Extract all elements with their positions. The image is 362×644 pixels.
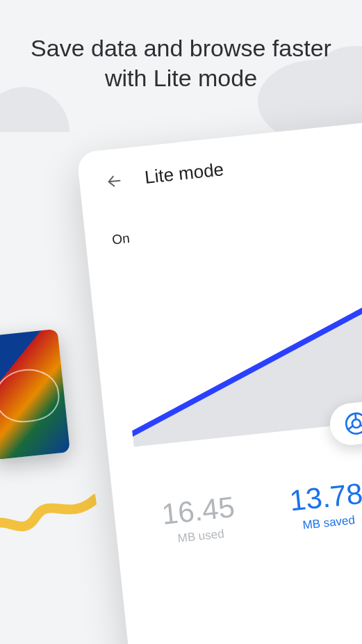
back-arrow-icon[interactable] — [105, 172, 123, 190]
data-savings-chart — [117, 249, 362, 447]
stats-row: 16.45 MB used 13.78 MB saved — [140, 470, 362, 549]
cloud-decoration-left — [0, 87, 69, 132]
toggle-label: On — [111, 231, 131, 248]
svg-line-2 — [355, 413, 356, 419]
yellow-squiggle-decoration — [0, 478, 101, 548]
lite-mode-card: Lite mode On — [76, 115, 362, 644]
stat-mb-used: 16.45 MB used — [161, 492, 238, 547]
preview-thumbnail-card — [0, 329, 70, 460]
svg-line-3 — [348, 426, 354, 429]
chrome-icon — [344, 411, 362, 435]
card-header: Lite mode — [105, 138, 362, 192]
stat-used-value: 16.45 — [161, 492, 236, 529]
card-title: Lite mode — [144, 159, 225, 188]
stat-saved-value: 13.78 — [288, 479, 362, 516]
lite-mode-toggle-row: On — [111, 199, 362, 249]
stat-mb-saved: 13.78 MB saved — [288, 479, 362, 534]
hero-title: Save data and browse faster with Lite mo… — [0, 33, 362, 92]
svg-point-0 — [345, 412, 362, 435]
svg-point-1 — [352, 419, 361, 428]
